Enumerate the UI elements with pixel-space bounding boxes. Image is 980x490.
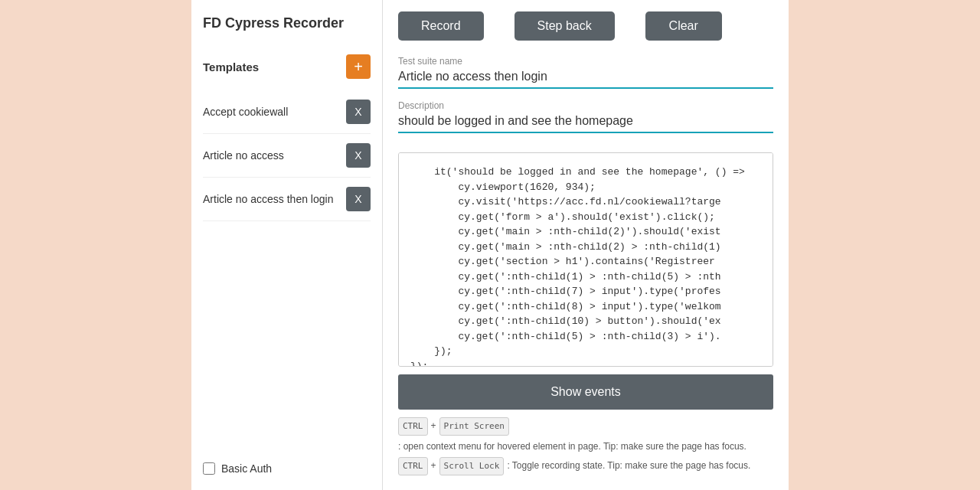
- template-name: Article no access then login: [203, 193, 333, 205]
- code-content: it('should be logged in and see the home…: [399, 153, 773, 367]
- record-button[interactable]: Record: [398, 11, 484, 41]
- templates-header: Templates +: [203, 54, 371, 79]
- shortcut-plus-2: +: [431, 458, 436, 475]
- app-title: FD Cypress Recorder: [203, 15, 371, 31]
- shortcut-key-ctrl-1: CTRL: [398, 417, 428, 436]
- list-item: Article no access then login X: [203, 178, 371, 221]
- step-back-button[interactable]: Step back: [514, 11, 615, 41]
- shortcut-line-2: CTRL + Scroll Lock : Toggle recording st…: [398, 457, 773, 475]
- list-item: Accept cookiewall X: [203, 90, 371, 134]
- remove-template-button-2[interactable]: X: [346, 187, 371, 211]
- main-content: Record Step back Clear Test suite name D…: [383, 0, 789, 490]
- template-name: Article no access: [203, 149, 284, 162]
- description-group: Description: [398, 100, 773, 133]
- form-section: Test suite name Description: [398, 56, 773, 145]
- sidebar-footer: Basic Auth: [203, 447, 371, 475]
- description-label: Description: [398, 100, 773, 111]
- shortcut-line-1: CTRL + Print Screen : open context menu …: [398, 417, 773, 455]
- sidebar: FD Cypress Recorder Templates + Accept c…: [191, 0, 383, 490]
- add-template-button[interactable]: +: [346, 54, 371, 79]
- templates-label: Templates: [203, 60, 259, 74]
- shortcut-key-scrolllock: Scroll Lock: [439, 457, 505, 475]
- remove-template-button-0[interactable]: X: [346, 100, 371, 124]
- test-suite-name-label: Test suite name: [398, 56, 773, 67]
- shortcut-key-printscreen: Print Screen: [439, 417, 509, 436]
- shortcut-plus-1: +: [431, 418, 436, 435]
- toolbar: Record Step back Clear: [398, 11, 773, 41]
- test-suite-name-input[interactable]: [398, 70, 773, 83]
- list-item: Article no access X: [203, 134, 371, 178]
- test-suite-name-group: Test suite name: [398, 56, 773, 89]
- shortcut-desc-1: : open context menu for hovered element …: [398, 439, 746, 456]
- remove-template-button-1[interactable]: X: [346, 143, 371, 168]
- shortcuts-section: CTRL + Print Screen : open context menu …: [398, 417, 773, 478]
- shortcut-desc-2: : Toggle recording state. Tip: make sure…: [507, 458, 750, 475]
- basic-auth-label: Basic Auth: [221, 462, 272, 475]
- show-events-button[interactable]: Show events: [398, 374, 773, 410]
- code-editor[interactable]: it('should be logged in and see the home…: [398, 152, 773, 367]
- shortcut-key-ctrl-2: CTRL: [398, 457, 428, 475]
- description-input[interactable]: [398, 114, 773, 128]
- clear-button[interactable]: Clear: [645, 11, 722, 41]
- basic-auth-checkbox[interactable]: [203, 462, 215, 475]
- template-name: Accept cookiewall: [203, 106, 288, 118]
